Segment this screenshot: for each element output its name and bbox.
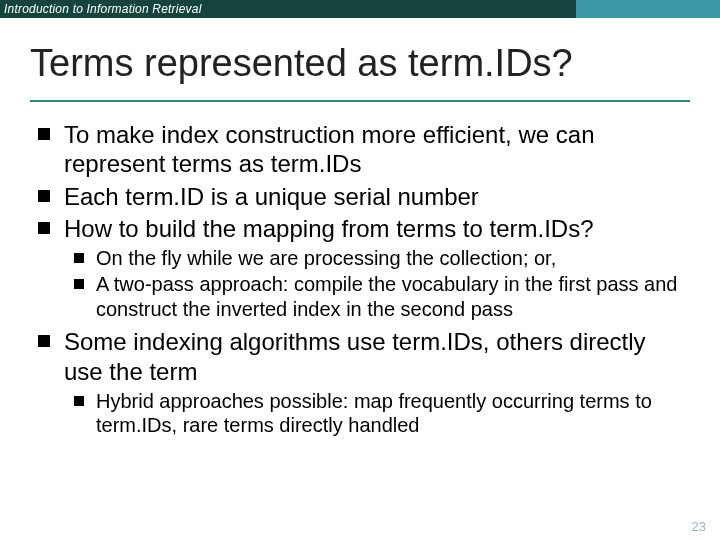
sub-bullet-item: A two-pass approach: compile the vocabul… [70,272,690,321]
bullet-text: Some indexing algorithms use term.IDs, o… [64,328,646,384]
bullet-item: To make index construction more efficien… [34,120,690,179]
header-accent [576,0,720,18]
bullet-item: How to build the mapping from terms to t… [34,214,690,321]
sub-bullet-item: Hybrid approaches possible: map frequent… [70,389,690,438]
course-label: Introduction to Information Retrieval [0,2,202,16]
bullet-text: Hybrid approaches possible: map frequent… [96,390,652,436]
bullet-text: Each term.ID is a unique serial number [64,183,479,210]
page-number: 23 [692,519,706,534]
bullet-text: On the fly while we are processing the c… [96,247,556,269]
slide-title: Terms represented as term.IDs? [30,42,573,85]
slide-body: To make index construction more efficien… [34,120,690,444]
title-underline [30,100,690,102]
bullet-text: A two-pass approach: compile the vocabul… [96,273,677,319]
bullet-item: Each term.ID is a unique serial number [34,182,690,211]
bullet-item: Some indexing algorithms use term.IDs, o… [34,327,690,437]
bullet-text: How to build the mapping from terms to t… [64,215,594,242]
bullet-text: To make index construction more efficien… [64,121,594,177]
sub-bullet-item: On the fly while we are processing the c… [70,246,690,270]
header-bar: Introduction to Information Retrieval [0,0,576,18]
